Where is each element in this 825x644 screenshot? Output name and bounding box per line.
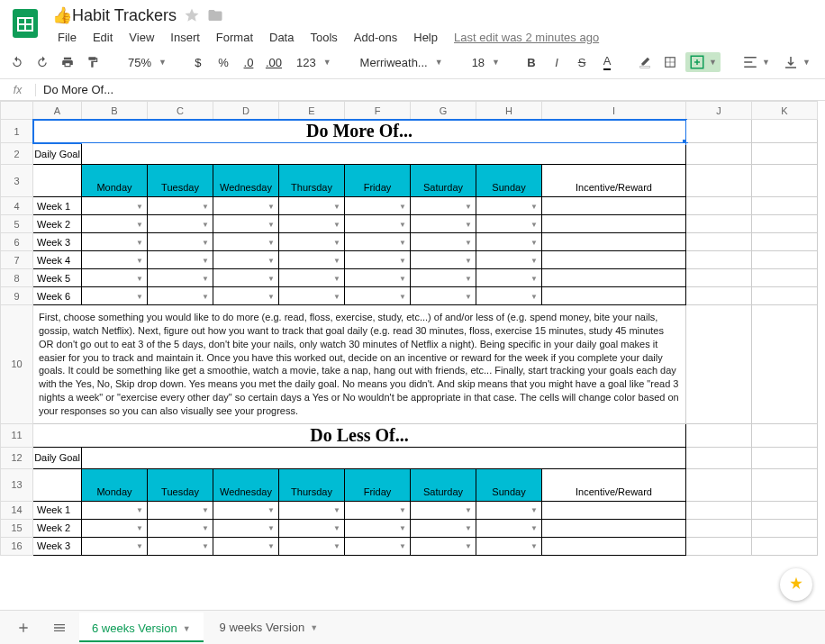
daily-goal-input[interactable] bbox=[82, 447, 686, 468]
day-header[interactable]: Saturday bbox=[411, 165, 476, 197]
add-sheet-button[interactable] bbox=[7, 613, 40, 642]
cell[interactable] bbox=[752, 447, 818, 468]
col-header[interactable]: A bbox=[33, 102, 82, 120]
undo-button[interactable] bbox=[7, 51, 27, 73]
cell[interactable] bbox=[686, 251, 752, 269]
text-color-button[interactable]: A bbox=[597, 51, 617, 73]
week-label[interactable]: Week 3 bbox=[33, 233, 82, 251]
menu-format[interactable]: Format bbox=[209, 29, 260, 46]
tracking-dropdown[interactable]: ▼ bbox=[213, 233, 279, 251]
tracking-dropdown[interactable]: ▼ bbox=[345, 233, 411, 251]
tracking-dropdown[interactable]: ▼ bbox=[411, 501, 476, 519]
cell[interactable] bbox=[752, 305, 818, 424]
tracking-dropdown[interactable]: ▼ bbox=[148, 537, 213, 555]
incentive-cell[interactable] bbox=[542, 251, 686, 269]
tracking-dropdown[interactable]: ▼ bbox=[213, 269, 279, 287]
tracking-dropdown[interactable]: ▼ bbox=[82, 251, 148, 269]
tracking-dropdown[interactable]: ▼ bbox=[148, 287, 213, 305]
tracking-dropdown[interactable]: ▼ bbox=[82, 197, 148, 215]
tracking-dropdown[interactable]: ▼ bbox=[476, 287, 542, 305]
tracking-dropdown[interactable]: ▼ bbox=[476, 537, 542, 555]
row-header[interactable]: 8 bbox=[1, 269, 33, 287]
v-align-button[interactable]: ▼ bbox=[779, 54, 814, 70]
formula-input[interactable]: Do More Of... bbox=[36, 83, 825, 96]
tracking-dropdown[interactable]: ▼ bbox=[476, 197, 542, 215]
cell[interactable] bbox=[752, 519, 818, 537]
redo-button[interactable] bbox=[32, 51, 52, 73]
tracking-dropdown[interactable]: ▼ bbox=[476, 215, 542, 233]
tracking-dropdown[interactable]: ▼ bbox=[345, 269, 411, 287]
incentive-cell[interactable] bbox=[542, 233, 686, 251]
strike-button[interactable]: S bbox=[572, 51, 592, 73]
cell[interactable] bbox=[686, 519, 752, 537]
tracking-dropdown[interactable]: ▼ bbox=[213, 287, 279, 305]
menu-edit[interactable]: Edit bbox=[86, 29, 120, 46]
cell[interactable] bbox=[752, 269, 818, 287]
col-header[interactable]: J bbox=[686, 102, 752, 120]
cell[interactable] bbox=[752, 143, 818, 165]
day-header[interactable]: Sunday bbox=[476, 468, 542, 501]
row-header[interactable]: 14 bbox=[1, 501, 33, 519]
menu-file[interactable]: File bbox=[50, 29, 84, 46]
menu-insert[interactable]: Insert bbox=[163, 29, 207, 46]
font-family-select[interactable]: Merriweath...▼ bbox=[353, 56, 447, 69]
tracking-dropdown[interactable]: ▼ bbox=[411, 233, 476, 251]
week-label[interactable]: Week 4 bbox=[33, 251, 82, 269]
section-title-cell[interactable]: Do Less Of... bbox=[33, 423, 686, 447]
tracking-dropdown[interactable]: ▼ bbox=[345, 215, 411, 233]
cell[interactable] bbox=[686, 501, 752, 519]
cell[interactable] bbox=[686, 537, 752, 555]
col-header[interactable]: F bbox=[345, 102, 411, 120]
day-header[interactable]: Saturday bbox=[411, 468, 476, 501]
col-header[interactable]: E bbox=[279, 102, 345, 120]
daily-goal-input[interactable] bbox=[82, 143, 686, 165]
menu-tools[interactable]: Tools bbox=[303, 29, 344, 46]
cell[interactable] bbox=[686, 269, 752, 287]
tracking-dropdown[interactable]: ▼ bbox=[213, 537, 279, 555]
menu-help[interactable]: Help bbox=[406, 29, 445, 46]
tracking-dropdown[interactable]: ▼ bbox=[345, 251, 411, 269]
tracking-dropdown[interactable]: ▼ bbox=[476, 519, 542, 537]
tracking-dropdown[interactable]: ▼ bbox=[279, 537, 345, 555]
tracking-dropdown[interactable]: ▼ bbox=[82, 519, 148, 537]
font-size-select[interactable]: 18▼ bbox=[465, 56, 503, 69]
col-header[interactable]: D bbox=[213, 102, 279, 120]
tracking-dropdown[interactable]: ▼ bbox=[279, 197, 345, 215]
day-header[interactable]: Thursday bbox=[279, 165, 345, 197]
tracking-dropdown[interactable]: ▼ bbox=[345, 287, 411, 305]
last-edit-link[interactable]: Last edit was 2 minutes ago bbox=[454, 31, 599, 44]
incentive-cell[interactable] bbox=[542, 287, 686, 305]
tracking-dropdown[interactable]: ▼ bbox=[411, 251, 476, 269]
cell[interactable] bbox=[686, 120, 752, 143]
col-header[interactable]: I bbox=[542, 102, 686, 120]
tracking-dropdown[interactable]: ▼ bbox=[411, 537, 476, 555]
cell[interactable] bbox=[686, 143, 752, 165]
day-header[interactable]: Friday bbox=[345, 165, 411, 197]
cell[interactable] bbox=[33, 165, 82, 197]
tracking-dropdown[interactable]: ▼ bbox=[345, 501, 411, 519]
zoom-select[interactable]: 75%▼ bbox=[121, 56, 170, 69]
row-header[interactable]: 11 bbox=[1, 423, 33, 447]
italic-button[interactable]: I bbox=[547, 51, 567, 73]
sheets-logo[interactable] bbox=[7, 5, 43, 41]
tracking-dropdown[interactable]: ▼ bbox=[345, 197, 411, 215]
cell[interactable] bbox=[686, 468, 752, 501]
cell[interactable] bbox=[752, 537, 818, 555]
tracking-dropdown[interactable]: ▼ bbox=[213, 215, 279, 233]
tracking-dropdown[interactable]: ▼ bbox=[148, 251, 213, 269]
select-all-cell[interactable] bbox=[1, 102, 33, 120]
cell[interactable] bbox=[752, 120, 818, 143]
percent-button[interactable]: % bbox=[213, 51, 233, 73]
tracking-dropdown[interactable]: ▼ bbox=[148, 269, 213, 287]
tracking-dropdown[interactable]: ▼ bbox=[82, 269, 148, 287]
sheet-tab-9weeks[interactable]: 9 weeks Version▼ bbox=[207, 613, 331, 641]
row-header[interactable]: 13 bbox=[1, 468, 33, 501]
tracking-dropdown[interactable]: ▼ bbox=[148, 519, 213, 537]
menu-data[interactable]: Data bbox=[262, 29, 301, 46]
incentive-cell[interactable] bbox=[542, 537, 686, 555]
row-header[interactable]: 12 bbox=[1, 447, 33, 468]
tracking-dropdown[interactable]: ▼ bbox=[476, 269, 542, 287]
sheet-tab-6weeks[interactable]: 6 weeks Version▼ bbox=[79, 612, 204, 642]
row-header[interactable]: 15 bbox=[1, 519, 33, 537]
star-icon[interactable] bbox=[184, 7, 200, 23]
